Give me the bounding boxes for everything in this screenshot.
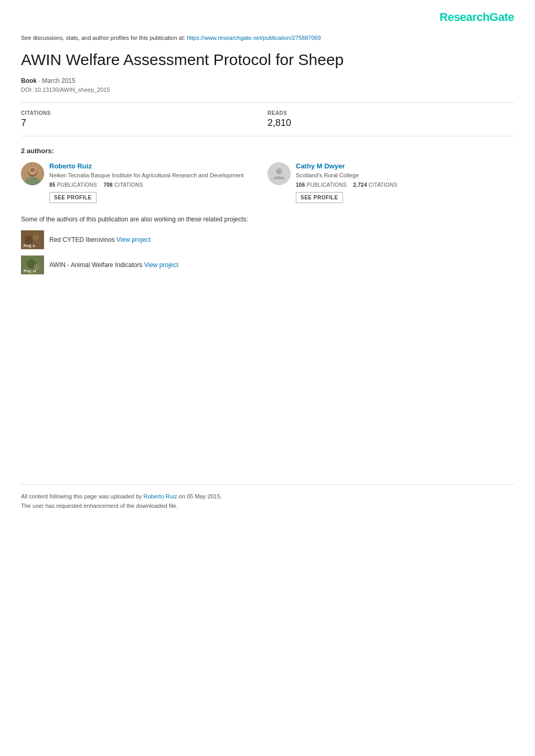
- footer-enhancement-text: The user has requested enhancement of th…: [21, 503, 514, 509]
- book-meta: Book · March 2015: [21, 77, 514, 84]
- authors-title: 2 authors:: [21, 147, 514, 155]
- author-name-1[interactable]: Roberto Ruiz: [49, 162, 268, 170]
- footer-section: All content following this page was uplo…: [21, 484, 514, 509]
- project-link-1[interactable]: View project: [116, 236, 151, 243]
- project-text-2: AWIN - Animal Welfare Indicators View pr…: [49, 261, 178, 269]
- authors-section: 2 authors: Roberto Ruiz Neiker-Tecnalia …: [21, 147, 514, 203]
- author-institution-2: Scotland's Rural College: [296, 172, 514, 179]
- see-profile-button-1[interactable]: SEE PROFILE: [49, 192, 97, 203]
- footer-uploader-link[interactable]: Roberto Ruiz: [144, 493, 177, 499]
- book-type-label: Book: [21, 77, 37, 84]
- stats-row: CITATIONS 7 READS 2,810: [21, 102, 514, 136]
- author-name-2[interactable]: Cathy M Dwyer: [296, 162, 514, 170]
- svg-point-7: [25, 236, 33, 244]
- top-notice: See discussions, stats, and author profi…: [21, 35, 514, 41]
- svg-text:Proj. ct: Proj. ct: [24, 269, 36, 273]
- reads-value: 2,810: [268, 118, 514, 129]
- svg-point-5: [276, 168, 282, 175]
- page-title: AWIN Welfare Assessment Protocol for She…: [21, 50, 514, 69]
- related-projects-title: Some of the authors of this publication …: [21, 216, 514, 223]
- author-info-1: Roberto Ruiz Neiker-Tecnalia Basque Inst…: [49, 162, 268, 203]
- project-thumbnail-1: Proj. n: [21, 230, 44, 249]
- reads-block: READS 2,810: [268, 110, 514, 129]
- footer-upload-text: All content following this page was uplo…: [21, 493, 514, 499]
- related-projects-section: Some of the authors of this publication …: [21, 216, 514, 274]
- brand-name: ResearchGate: [440, 10, 514, 24]
- project-item-2: Proj. ct AWIN - Animal Welfare Indicator…: [21, 255, 514, 274]
- authors-grid: Roberto Ruiz Neiker-Tecnalia Basque Inst…: [21, 162, 514, 203]
- author-institution-1: Neiker-Tecnalia Basque Institute for Agr…: [49, 172, 268, 179]
- project-link-2[interactable]: View project: [144, 261, 178, 269]
- citations-label: CITATIONS: [21, 110, 268, 116]
- author-card-2: Cathy M Dwyer Scotland's Rural College 1…: [268, 162, 514, 203]
- doi-text: DOI: 10.13130/AWIN_sheep_2015: [21, 87, 514, 93]
- project-text-1: Red CYTED Iberovinos View project: [49, 236, 151, 243]
- researchgate-logo: ResearchGate: [21, 10, 514, 24]
- author-avatar-1: [21, 162, 44, 185]
- project-name-2: AWIN - Animal Welfare Indicators: [49, 261, 142, 269]
- reads-label: READS: [268, 110, 514, 116]
- top-notice-text: See discussions, stats, and author profi…: [21, 35, 187, 41]
- see-profile-button-2[interactable]: SEE PROFILE: [296, 192, 343, 203]
- citations-value: 7: [21, 118, 268, 129]
- author-card-1: Roberto Ruiz Neiker-Tecnalia Basque Inst…: [21, 162, 268, 203]
- project-item-1: Proj. n Red CYTED Iberovinos View projec…: [21, 230, 514, 249]
- svg-point-8: [33, 235, 39, 241]
- project-name-1: Red CYTED Iberovinos: [49, 236, 115, 243]
- svg-text:Proj. n: Proj. n: [24, 244, 35, 248]
- author-info-2: Cathy M Dwyer Scotland's Rural College 1…: [296, 162, 514, 203]
- svg-point-4: [30, 168, 35, 172]
- publication-date: March 2015: [42, 77, 75, 84]
- author-stats-2: 106 PUBLICATIONS 2,724 CITATIONS: [296, 182, 514, 188]
- author-stats-1: 85 PUBLICATIONS 708 CITATIONS: [49, 182, 268, 188]
- project-thumbnail-2: Proj. ct: [21, 255, 44, 274]
- publication-link[interactable]: https://www.researchgate.net/publication…: [187, 35, 321, 41]
- author-avatar-2: [268, 162, 291, 185]
- citations-block: CITATIONS 7: [21, 110, 268, 129]
